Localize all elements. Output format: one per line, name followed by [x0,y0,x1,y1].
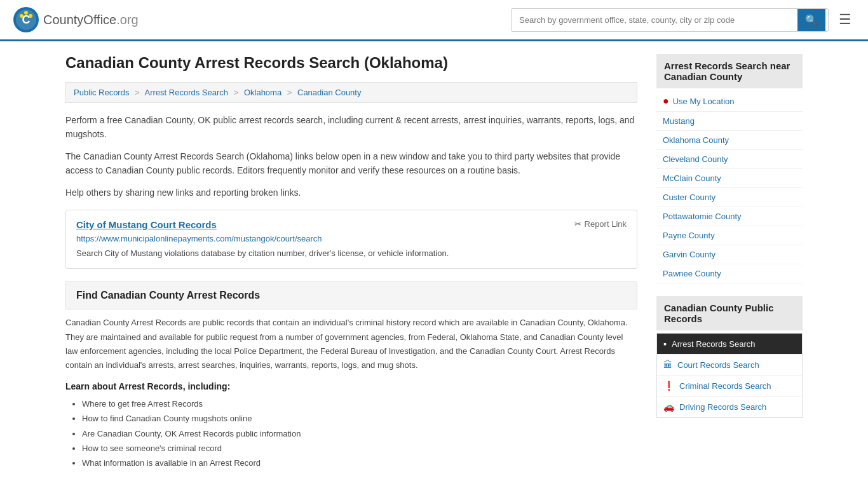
new-links-link[interactable]: new links [157,187,194,198]
nearby-link[interactable]: Oklahoma County [656,131,803,150]
intro-paragraph-2: The Canadian County Arrest Records Searc… [65,149,637,178]
record-icon: 🏛 [663,360,672,370]
location-dot-icon: ● [663,95,669,107]
record-title[interactable]: City of Mustang Court Records [76,219,217,230]
breadcrumb-oklahoma[interactable]: Oklahoma [244,88,281,97]
search-input[interactable] [512,10,797,30]
nearby-link[interactable]: McClain County [656,169,803,188]
nearby-section-title: Arrest Records Search near Canadian Coun… [656,54,803,88]
nearby-links-container: MustangOklahoma CountyCleveland CountyMc… [656,112,803,283]
nearby-link[interactable]: Garvin County [656,245,803,264]
list-item: Where to get free Arrest Records [82,396,637,411]
list-item: How to see someone's criminal record [82,441,637,456]
breadcrumb: Public Records > Arrest Records Search >… [65,82,637,103]
find-section-body: Canadian County Arrest Records are publi… [65,316,637,372]
svg-point-3 [20,14,24,18]
svg-point-5 [24,11,28,15]
nearby-link[interactable]: Payne County [656,226,803,245]
record-icon: ❗ [663,381,674,391]
learn-list: Where to get free Arrest RecordsHow to f… [65,396,637,471]
hamburger-menu-icon[interactable]: ☰ [835,8,855,32]
main-content: Canadian County Arrest Records Search (O… [65,54,637,471]
nearby-link[interactable]: Custer County [656,188,803,207]
public-record-item-3[interactable]: 🚗Driving Records Search [657,396,802,417]
record-item-label: Driving Records Search [679,402,766,412]
public-record-item-1[interactable]: 🏛Court Records Search [657,355,802,376]
scissors-icon: ✂ [574,219,581,229]
main-container: Canadian County Arrest Records Search (O… [53,41,815,484]
record-card: City of Mustang Court Records ✂ Report L… [65,210,637,269]
record-item-label: Court Records Search [677,360,759,370]
record-item-label: Arrest Records Search [672,339,756,349]
breadcrumb-arrest-records[interactable]: Arrest Records Search [145,88,229,97]
learn-title: Learn about Arrest Records, including: [65,381,637,391]
site-header: C CountyOffice.org 🔍 ☰ [0,0,868,41]
list-item: How to find Canadian County mugshots onl… [82,411,637,426]
public-record-item-0[interactable]: ▪Arrest Records Search [657,334,802,355]
nearby-link[interactable]: Pawnee County [656,264,803,283]
header-right: 🔍 ☰ [511,8,855,32]
report-link-button[interactable]: ✂ Report Link [574,219,627,229]
find-section-header: Find Canadian County Arrest Records [65,281,637,309]
search-button[interactable]: 🔍 [797,9,825,31]
use-my-location-link[interactable]: ● Use My Location [656,91,803,112]
public-record-item-2[interactable]: ❗Criminal Records Search [657,376,802,396]
public-records-section-title: Canadian County Public Records [656,296,803,330]
svg-point-4 [29,14,32,18]
breadcrumb-public-records[interactable]: Public Records [74,88,129,97]
logo-icon: C [13,6,39,33]
record-url[interactable]: https://www.municipalonlinepayments.com/… [76,234,627,243]
record-item-label: Criminal Records Search [679,381,771,391]
record-card-header: City of Mustang Court Records ✂ Report L… [76,219,627,230]
nearby-link[interactable]: Cleveland County [656,150,803,169]
record-description: Search City of Mustang violations databa… [76,247,627,260]
public-records-section: Canadian County Public Records ▪Arrest R… [656,296,803,418]
nearby-section: Arrest Records Search near Canadian Coun… [656,54,803,283]
find-section-title: Find Canadian County Arrest Records [76,290,627,301]
nearby-link[interactable]: Mustang [656,112,803,131]
nearby-link[interactable]: Pottawatomie County [656,207,803,226]
logo-text: CountyOffice.org [43,13,139,27]
breadcrumb-canadian-county[interactable]: Canadian County [297,88,361,97]
list-item: Are Canadian County, OK Arrest Records p… [82,426,637,441]
logo[interactable]: C CountyOffice.org [13,6,139,33]
list-item: What information is available in an Arre… [82,456,637,470]
record-icon: 🚗 [663,402,674,412]
page-title: Canadian County Arrest Records Search (O… [65,54,637,72]
sidebar: Arrest Records Search near Canadian Coun… [656,54,803,471]
record-icon: ▪ [663,339,667,349]
intro-paragraph-3: Help others by sharing new links and rep… [65,186,637,200]
records-list: ▪Arrest Records Search🏛Court Records Sea… [656,333,803,418]
intro-paragraph-1: Perform a free Canadian County, OK publi… [65,113,637,142]
search-bar[interactable]: 🔍 [511,8,829,32]
